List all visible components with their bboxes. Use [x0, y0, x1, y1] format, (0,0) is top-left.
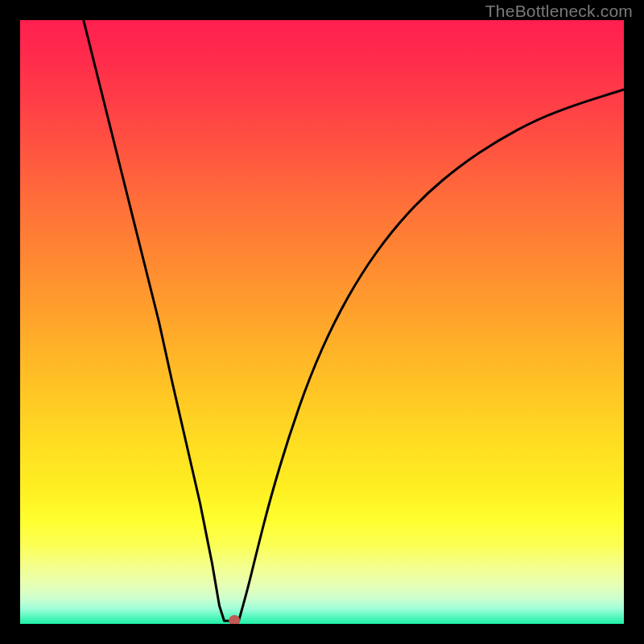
bottleneck-curve — [84, 20, 624, 621]
optimum-marker — [229, 615, 240, 624]
chart-frame: TheBottleneck.com — [0, 0, 644, 644]
watermark-text: TheBottleneck.com — [485, 2, 633, 21]
plot-area — [20, 20, 624, 624]
curve-layer — [20, 20, 624, 624]
